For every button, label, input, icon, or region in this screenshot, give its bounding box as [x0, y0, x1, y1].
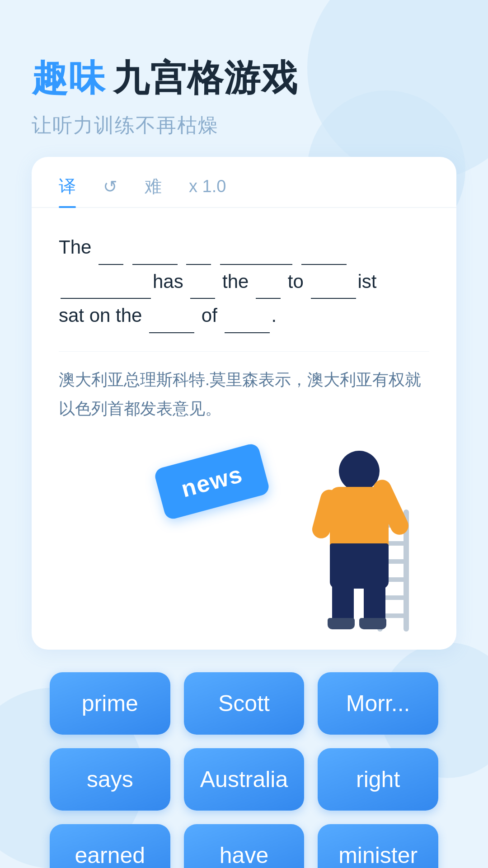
sentence-text: The has the to ist sat on the	[59, 231, 429, 333]
person-body	[330, 487, 389, 550]
illustration-area: news	[32, 442, 456, 632]
blank-6	[61, 265, 151, 299]
header: 趣味 九宫格游戏 让听力训练不再枯燥	[32, 54, 456, 139]
word-button-scott[interactable]: Scott	[184, 672, 305, 735]
title-main: 九宫格游戏	[113, 54, 298, 103]
word-button-have[interactable]: have	[184, 824, 305, 868]
the-of-text: of	[202, 305, 217, 326]
blank-10	[149, 299, 194, 333]
blank-9	[311, 265, 356, 299]
blank-3	[186, 231, 211, 265]
tab-translate[interactable]: 译	[59, 175, 76, 207]
person-shoe-left	[328, 618, 355, 629]
tab-speed[interactable]: x 1.0	[189, 177, 226, 205]
main-card: 译 ↺ 难 x 1.0 The	[32, 157, 456, 650]
tab-difficulty[interactable]: 难	[145, 175, 162, 207]
word-button-australia[interactable]: Australia	[184, 748, 305, 811]
word-button-minister[interactable]: minister	[318, 824, 438, 868]
blank-2	[132, 231, 178, 265]
word-button-prime[interactable]: prime	[50, 672, 170, 735]
subtitle: 让听力训练不再枯燥	[32, 112, 456, 139]
blank-11	[225, 299, 270, 333]
blank-8	[256, 265, 281, 299]
blank-7	[190, 265, 215, 299]
tabs-bar: 译 ↺ 难 x 1.0	[32, 157, 456, 208]
word-button-says[interactable]: says	[50, 748, 170, 811]
person-shoe-right	[359, 618, 386, 629]
person-leg-left	[332, 582, 354, 623]
blank-5	[301, 231, 347, 265]
tab-refresh[interactable]: ↺	[103, 177, 117, 206]
blank-4	[220, 231, 292, 265]
blank-1	[99, 231, 123, 265]
person-illustration	[303, 451, 420, 632]
title-row: 趣味 九宫格游戏	[32, 54, 456, 103]
news-badge: news	[153, 442, 271, 521]
word-button-morrison[interactable]: Morr...	[318, 672, 438, 735]
translation-text: 澳大利亚总理斯科特.莫里森表示，澳大利亚有权就以色列首都发表意见。	[59, 351, 429, 424]
word-button-earned[interactable]: earned	[50, 824, 170, 868]
title-accent: 趣味	[32, 54, 106, 103]
sentence-area: The has the to ist sat on the	[32, 208, 456, 442]
word-button-right[interactable]: right	[318, 748, 438, 811]
word-grid: prime Scott Morr... says Australia right…	[32, 672, 456, 868]
person-leg-right	[364, 582, 385, 623]
